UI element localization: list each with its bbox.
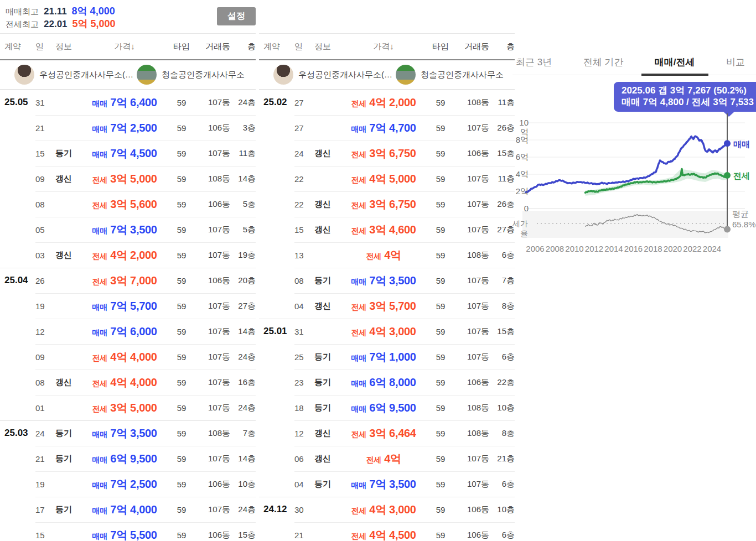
transaction-row[interactable]: 19 매매 7억 5,700 59 107동 27층 [0, 293, 256, 319]
transaction-row[interactable]: 18 등기 매매 6억 9,500 59 108동 10층 [259, 395, 515, 420]
transaction-row[interactable]: 25.03 24 등기 매매 7억 3,500 59 108동 7층 [0, 420, 256, 446]
y-axis-tick: 8억 [512, 135, 529, 145]
realtor-row: 우성공인중개사사무소(… 청솔공인중개사사무소 [259, 60, 515, 90]
deal-price: 7억 6,000 [110, 324, 157, 339]
unit-type: 59 [427, 251, 454, 260]
transaction-row[interactable]: 12 매매 7억 6,000 59 107동 14층 [0, 319, 256, 344]
chart-tab-1[interactable]: 최근 3년 [516, 50, 552, 75]
transaction-row[interactable]: 13 전세 4억 59 108동 6층 [259, 242, 515, 268]
building-number: 106동 [195, 275, 230, 286]
transaction-row[interactable]: 15 매매 7억 5,500 59 106동 15층 [0, 522, 256, 541]
sort-down-icon: ↓ [131, 41, 135, 51]
transaction-row[interactable]: 25.01 31 전세 4억 3,000 59 107동 15층 [259, 319, 515, 344]
contract-day: 01 [35, 403, 55, 413]
average-ratio-label: 평균 65.8% [732, 209, 756, 230]
transaction-row[interactable]: 05 매매 7억 3,500 59 107동 5층 [0, 217, 256, 242]
transaction-row[interactable]: 08 전세 3억 5,600 59 106동 5층 [0, 191, 256, 217]
transaction-row[interactable]: 04 갱신 전세 3억 5,700 59 107동 8층 [259, 293, 515, 319]
realtor-item-1[interactable]: 우성공인중개사사무소(… [14, 65, 133, 85]
contract-day: 08 [35, 200, 55, 209]
col-price-sort[interactable]: 가격↓ [340, 41, 427, 52]
building-number: 106동 [454, 148, 489, 159]
deal-type-label: 매매 [351, 277, 366, 287]
floor-number: 10층 [489, 403, 515, 413]
deal-price: 3억 6,750 [369, 197, 416, 212]
transaction-row[interactable]: 25.02 27 전세 4억 2,000 59 108동 11층 [259, 90, 515, 115]
transaction-row[interactable]: 08 갱신 전세 4억 4,000 59 107동 16층 [0, 370, 256, 395]
transaction-row[interactable]: 24 갱신 전세 3억 6,750 59 106동 15층 [259, 141, 515, 166]
contract-day: 27 [294, 123, 314, 133]
transaction-row[interactable]: 08 등기 매매 7억 3,500 59 107동 7층 [259, 268, 515, 293]
transaction-row[interactable]: 09 갱신 전세 3억 5,000 59 108동 14층 [0, 166, 256, 191]
transaction-row[interactable]: 23 등기 매매 6억 8,000 59 106동 22층 [259, 370, 515, 395]
deal-type-label: 매매 [351, 404, 366, 414]
deal-price: 7억 3,500 [369, 273, 416, 288]
col-type: 타입 [168, 41, 195, 52]
deal-type-label: 전세 [351, 430, 366, 440]
transaction-row[interactable]: 09 전세 4억 4,000 59 107동 24층 [0, 344, 256, 370]
building-number: 108동 [195, 428, 230, 439]
building-number: 107동 [195, 454, 230, 464]
deal-price: 3억 4,600 [369, 222, 416, 237]
registration-badge: 등기 [314, 352, 340, 362]
deal-type-label: 전세 [92, 201, 107, 211]
transaction-row[interactable]: 25 등기 매매 7억 1,000 59 107동 6층 [259, 344, 515, 370]
jeonse-high-label: 전세최고 [6, 19, 39, 30]
floor-number: 10층 [230, 479, 256, 490]
deal-price: 4억 4,000 [110, 350, 157, 365]
chart-tab-3[interactable]: 매매/전세 [655, 50, 695, 75]
transaction-row[interactable]: 21 매매 7억 2,500 59 106동 3층 [0, 115, 256, 141]
contract-day: 06 [294, 454, 314, 464]
deal-price: 4억 [384, 248, 401, 263]
transaction-row[interactable]: 22 갱신 전세 3억 6,750 59 107동 26층 [259, 191, 515, 217]
building-number: 106동 [195, 479, 230, 490]
deal-type-label: 전세 [351, 226, 366, 236]
chart-tab-2[interactable]: 전체 기간 [583, 50, 624, 75]
unit-type: 59 [427, 480, 454, 489]
floor-number: 26층 [489, 199, 515, 210]
transaction-row[interactable]: 21 등기 매매 6억 9,500 59 107동 14층 [0, 446, 256, 471]
transaction-row[interactable]: 12 갱신 전세 3억 6,464 59 108동 8층 [259, 420, 515, 446]
unit-type: 59 [427, 276, 454, 285]
realtor-item-1[interactable]: 우성공인중개사사무소(… [273, 65, 392, 85]
transaction-row[interactable]: 24.12 30 전세 4억 3,000 59 106동 10층 [259, 497, 515, 522]
transaction-row[interactable]: 04 등기 매매 7억 3,500 59 107동 6층 [259, 471, 515, 497]
transaction-row[interactable]: 25.04 26 전세 3억 7,000 59 106동 20층 [0, 268, 256, 293]
floor-number: 22층 [489, 377, 515, 388]
transaction-row[interactable]: 15 등기 매매 7억 4,500 59 107동 11층 [0, 141, 256, 166]
building-number: 107동 [454, 174, 489, 184]
transaction-row[interactable]: 06 갱신 전세 4억 59 107동 21층 [259, 446, 515, 471]
floor-number: 15층 [230, 530, 256, 540]
settings-button[interactable]: 설정 [217, 7, 256, 25]
deal-price: 7억 1,000 [369, 350, 416, 365]
unit-type: 59 [427, 301, 454, 311]
sale-series-label: 매매 [733, 139, 750, 150]
transaction-row[interactable]: 22 전세 4억 5,000 59 107동 11층 [259, 166, 515, 191]
floor-number: 19층 [230, 250, 256, 261]
deal-type-label: 전세 [92, 379, 107, 389]
registration-badge: 등기 [314, 377, 340, 388]
price-cell: 전세 3억 5,600 [81, 197, 168, 212]
jeonse-ratio-axis-label: 세가율 [512, 219, 528, 239]
transaction-row[interactable]: 17 등기 매매 7억 4,000 59 107동 24층 [0, 497, 256, 522]
building-number: 108동 [195, 174, 230, 184]
transaction-row[interactable]: 27 매매 7억 4,700 59 107동 26층 [259, 115, 515, 141]
transaction-row[interactable]: 03 갱신 전세 4억 2,000 59 107동 19층 [0, 242, 256, 268]
price-history-chart[interactable] [512, 113, 756, 242]
realtor-item-2[interactable]: 청솔공인중개사사무소 [137, 65, 245, 85]
realtor-item-2[interactable]: 청솔공인중개사사무소 [396, 65, 504, 85]
building-number: 106동 [195, 199, 230, 210]
transaction-row[interactable]: 25.05 31 매매 7억 6,400 59 107동 24층 [0, 90, 256, 115]
transaction-row[interactable]: 21 전세 4억 4,500 59 106동 6층 [259, 522, 515, 541]
chart-tab-4[interactable]: 비교 [726, 50, 745, 75]
transaction-row[interactable]: 19 매매 7억 2,500 59 106동 10층 [0, 471, 256, 497]
transaction-row[interactable]: 15 갱신 전세 3억 4,600 59 107동 27층 [259, 217, 515, 242]
deal-price: 7억 4,500 [110, 146, 157, 161]
transactions-table-right: 계약 일 정보 가격↓ 타입 거래동 층 우성공인중개사사무소(… 청솔공인중개… [259, 33, 515, 541]
price-chart-panel: 최근 3년전체 기간매매/전세비교 2025.06 갭 3억 7,267 (50… [512, 0, 756, 541]
price-cell: 매매 7억 3,500 [81, 426, 168, 441]
transaction-row[interactable]: 01 전세 3억 5,000 59 107동 24층 [0, 395, 256, 420]
deal-price: 7억 2,500 [110, 121, 157, 136]
col-price-sort[interactable]: 가격↓ [81, 41, 168, 52]
price-cell: 전세 3억 5,000 [81, 400, 168, 415]
